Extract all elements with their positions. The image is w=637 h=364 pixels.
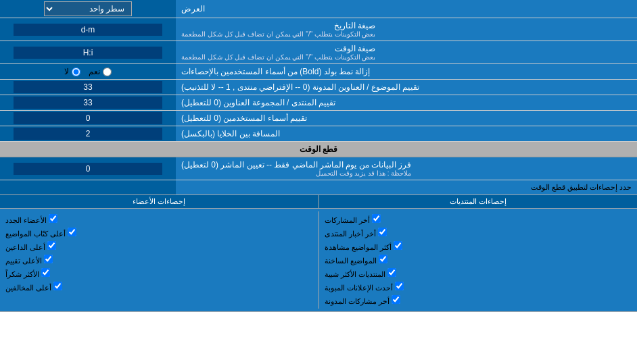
- checkbox-akhar-musharkaat[interactable]: [372, 214, 381, 223]
- bold-no-radio[interactable]: [72, 68, 80, 76]
- checkbox-row-6: أحدث الإعلانات المبوبة: [325, 280, 632, 294]
- col1-header: إحصاءات المنتديات: [319, 195, 638, 208]
- checkbox-row-1: أخر المشاركات: [325, 213, 632, 226]
- users-sort-input[interactable]: [14, 112, 162, 124]
- cell-spacing-input-area: [0, 126, 176, 141]
- date-format-label: صيغة التاريخ بعض التكوينات يتطلب "/" الت…: [176, 18, 637, 41]
- checkbox-label-a3daa-judud[interactable]: الأعضاء الجدد: [5, 214, 57, 225]
- checkbox-row-4: المواضيع الساخنة: [325, 253, 632, 267]
- member-stats-col: الأعضاء الجدد أعلى كتّاب المواضيع أعلى ا…: [0, 211, 319, 309]
- date-format-input[interactable]: [14, 24, 162, 36]
- checkbox-row-m3: أعلى الداعين: [5, 240, 313, 253]
- cutoff-filter-input-area: [0, 157, 176, 180]
- checkbox-a3la-taqyeem[interactable]: [44, 255, 53, 263]
- cutoff-filter-row: فرز البيانات من يوم الماشر الماضي فقط --…: [0, 157, 637, 180]
- topic-sort-label: تقييم الموضوع / العناوين المدونة (0 -- ا…: [176, 80, 637, 95]
- time-format-input[interactable]: [14, 47, 162, 59]
- users-sort-input-area: [0, 111, 176, 126]
- checkbox-akhar-madawana[interactable]: [392, 295, 400, 304]
- cell-spacing-input[interactable]: [14, 128, 162, 140]
- forum-sort-label: تقييم المنتدى / المجموعة العناوين (0 للت…: [176, 95, 637, 110]
- cell-spacing-row: المسافة بين الخلايا (بالبكسل): [0, 126, 637, 142]
- checkbox-label-akthar-shukran[interactable]: الأكثر شكراً: [5, 268, 50, 279]
- checkbox-label-akthar-mawdoo3[interactable]: أكثر المواضيع مشاهدة: [325, 241, 402, 252]
- bold-remove-label: إزالة نمط بولد (Bold) من أسماء المستخدمي…: [176, 64, 637, 79]
- users-sort-label: تقييم أسماء المستخدمين (0 للتعطيل): [176, 111, 637, 126]
- bold-yes-label[interactable]: نعم: [89, 67, 112, 76]
- forum-sort-input[interactable]: [14, 97, 162, 109]
- time-format-row: صيغة الوقت بعض التكوينات يتطلب "/" التي …: [0, 41, 637, 64]
- cutoff-filter-label: فرز البيانات من يوم الماشر الماضي فقط --…: [176, 157, 637, 180]
- forum-stats-col: أخر المشاركات أخر أخبار المنتدى أكثر الم…: [319, 211, 638, 309]
- checkbox-akthar-mawdoo3[interactable]: [394, 241, 402, 250]
- main-container: العرض سطر واحد سطرين ثلاثة أسطر صيغة الت…: [0, 0, 637, 312]
- checkbox-row-7: أخر مشاركات المدونة: [325, 294, 632, 307]
- checkbox-i3lanat[interactable]: [395, 282, 404, 290]
- forum-sort-input-area: [0, 95, 176, 110]
- checkbox-row-m1: الأعضاء الجدد: [5, 213, 313, 226]
- checkbox-a3la-mukhafeen[interactable]: [53, 282, 62, 290]
- bold-yes-radio[interactable]: [103, 68, 112, 76]
- checkbox-row-2: أخر أخبار المنتدى: [325, 226, 632, 240]
- checkbox-label-mawdoo3-sakhina[interactable]: المواضيع الساخنة: [325, 255, 387, 265]
- limit-label: حدد إحصاءات لتطبيق قطع الوقت: [176, 180, 637, 194]
- checkbox-label-a3la-da3een[interactable]: أعلى الداعين: [5, 241, 56, 252]
- date-format-row: صيغة التاريخ بعض التكوينات يتطلب "/" الت…: [0, 18, 637, 41]
- bold-no-label[interactable]: لا: [64, 67, 80, 76]
- checkbox-a3la-da3een[interactable]: [47, 241, 56, 250]
- checkbox-akthar-shukran[interactable]: [41, 268, 50, 277]
- col2-header: إحصاءات الأعضاء: [0, 195, 319, 208]
- checkbox-row-5: المنتديات الأكثر شبية: [325, 267, 632, 280]
- checkbox-label-a3la-mukhafeen[interactable]: أعلى المخالفين: [5, 282, 62, 292]
- display-select-area: سطر واحد سطرين ثلاثة أسطر: [0, 0, 176, 18]
- checkbox-label-a3la-taqyeem[interactable]: الأعلى تقييم: [5, 255, 53, 265]
- display-label: العرض: [176, 0, 637, 18]
- checkbox-row-m2: أعلى كتّاب المواضيع: [5, 226, 313, 240]
- time-format-label: صيغة الوقت بعض التكوينات يتطلب "/" التي …: [176, 41, 637, 63]
- bold-radio-group: نعم لا: [59, 67, 117, 76]
- checkbox-akhar-akhbar[interactable]: [378, 228, 387, 236]
- checkbox-row-m4: الأعلى تقييم: [5, 253, 313, 267]
- topic-sort-input-area: [0, 80, 176, 95]
- checkbox-label-a3la-kuttab[interactable]: أعلى كتّاب المواضيع: [5, 228, 76, 238]
- date-format-input-area: [0, 18, 176, 41]
- checkboxes-section: حدد إحصاءات لتطبيق قطع الوقت إحصاءات الم…: [0, 180, 637, 312]
- display-select[interactable]: سطر واحد سطرين ثلاثة أسطر: [44, 1, 132, 16]
- forum-sort-row: تقييم المنتدى / المجموعة العناوين (0 للت…: [0, 95, 637, 111]
- cutoff-section-header: قطع الوقت: [0, 142, 637, 157]
- checkbox-row-3: أكثر المواضيع مشاهدة: [325, 240, 632, 253]
- checkbox-row-m6: أعلى المخالفين: [5, 280, 313, 294]
- checkbox-label-i3lanat[interactable]: أحدث الإعلانات المبوبة: [325, 282, 404, 292]
- checkbox-a3daa-judud[interactable]: [49, 214, 57, 223]
- bold-remove-row: إزالة نمط بولد (Bold) من أسماء المستخدمي…: [0, 64, 637, 80]
- checkbox-label-muntadayaat-akthar[interactable]: المنتديات الأكثر شبية: [325, 268, 396, 279]
- checkbox-label-akhar-musharkaat[interactable]: أخر المشاركات: [325, 214, 381, 225]
- cutoff-filter-input[interactable]: [14, 163, 162, 175]
- cell-spacing-label: المسافة بين الخلايا (بالبكسل): [176, 126, 637, 141]
- bold-remove-input-area: نعم لا: [0, 64, 176, 79]
- topic-sort-input[interactable]: [14, 81, 162, 93]
- checkbox-label-akhar-akhbar[interactable]: أخر أخبار المنتدى: [325, 228, 387, 238]
- checkbox-a3la-kuttab[interactable]: [68, 228, 76, 236]
- topic-sort-row: تقييم الموضوع / العناوين المدونة (0 -- ا…: [0, 80, 637, 95]
- checkbox-mawdoo3-sakhina[interactable]: [379, 255, 387, 263]
- display-row: العرض سطر واحد سطرين ثلاثة أسطر: [0, 0, 637, 18]
- time-format-input-area: [0, 41, 176, 63]
- checkbox-label-akhar-madawana[interactable]: أخر مشاركات المدونة: [325, 295, 400, 306]
- checkbox-muntadayaat-akthar[interactable]: [387, 268, 396, 277]
- users-sort-row: تقييم أسماء المستخدمين (0 للتعطيل): [0, 111, 637, 126]
- checkbox-row-m5: الأكثر شكراً: [5, 267, 313, 280]
